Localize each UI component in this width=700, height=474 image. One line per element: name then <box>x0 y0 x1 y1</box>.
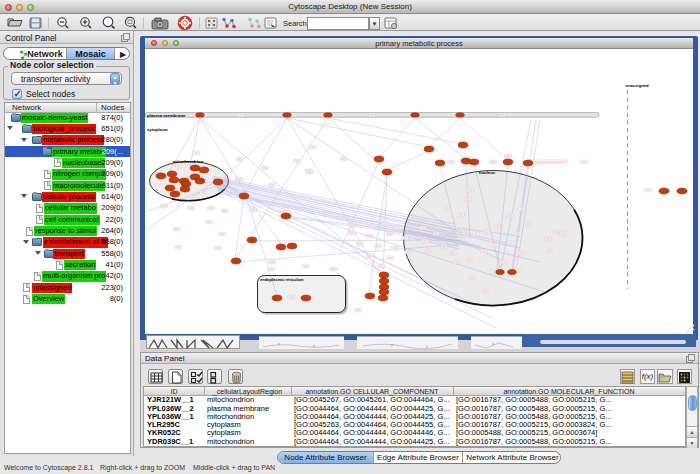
svg-text:plasma membrane: plasma membrane <box>147 113 186 118</box>
svg-text:endoplasmic reticulum: endoplasmic reticulum <box>260 277 304 282</box>
svg-text:nucleus: nucleus <box>479 170 496 175</box>
svg-text:unassigned: unassigned <box>625 83 649 88</box>
svg-text:mitochondrion: mitochondrion <box>173 159 204 164</box>
svg-text:cytoplasm: cytoplasm <box>147 127 168 132</box>
